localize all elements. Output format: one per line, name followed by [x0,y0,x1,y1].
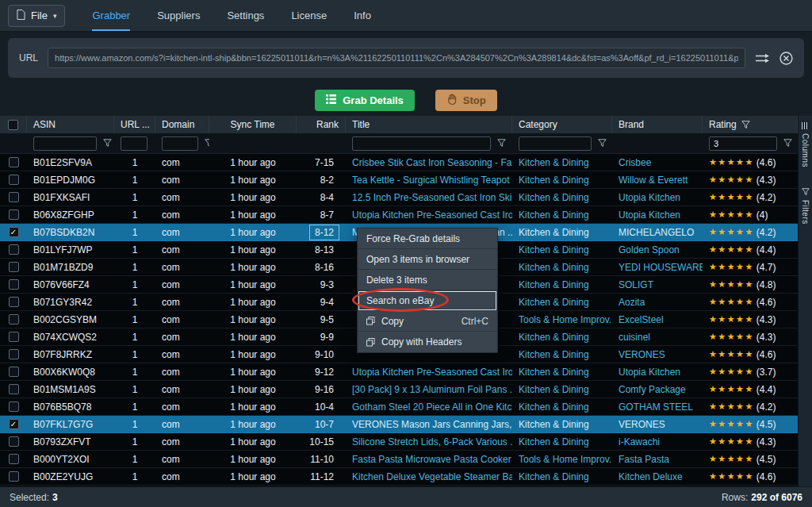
title-cell[interactable]: [30 Pack] 9 x 13 Aluminum Foil Pans ... [346,381,512,398]
menu-item-search-on-ebay[interactable]: Search on eBay [358,290,497,311]
rank-cell[interactable]: 11-12 [297,468,346,485]
col-header-sync-time[interactable]: Sync Time [209,116,297,133]
stop-button[interactable]: Stop [435,90,497,111]
table-row[interactable]: B01MSM1A9S 1 com 1 hour ago 9-16 [30 Pac… [0,381,798,398]
rail-tab-columns[interactable]: Columns [801,122,810,167]
table-row[interactable]: B06X8ZFGHP 1 com 1 hour ago 8-7 Utopia K… [0,206,798,224]
row-checkbox[interactable] [9,349,19,359]
rank-cell[interactable]: 7-15 [297,154,346,171]
table-row[interactable]: B00X6KW0Q8 1 com 1 hour ago 9-12 Utopia … [0,363,798,381]
table-row[interactable]: B0793ZXFVT 1 com 1 hour ago 10-15 Silico… [0,433,798,451]
row-checkbox[interactable] [9,454,19,464]
title-cell[interactable]: Silicone Stretch Lids, 6-Pack Various ..… [346,433,512,450]
rating-filter-input[interactable] [709,136,777,151]
col-header-category[interactable]: Category [512,116,612,133]
url-count-filter-input[interactable] [121,136,147,151]
filter-funnel-icon[interactable] [598,139,607,148]
title-cell[interactable]: Tea Kettle - Surgical Whistling Teapot .… [346,171,512,188]
filter-funnel-icon[interactable] [783,139,792,148]
table-row[interactable]: ✓ B07FKL7G7G 1 com 1 hour ago 10-7 VERON… [0,416,798,433]
menu-item-delete-3-items[interactable]: Delete 3 items [358,270,497,290]
title-cell[interactable]: 12.5 Inch Pre-Seasoned Cast Iron Skill..… [346,189,512,205]
domain-filter-input[interactable] [162,136,198,151]
rank-cell[interactable]: 10-4 [297,398,346,415]
filter-funnel-icon[interactable] [497,139,506,148]
rank-cell[interactable]: 9-16 [297,381,346,398]
asin-filter-input[interactable] [33,136,97,151]
rank-cell[interactable]: 11-10 [297,451,346,467]
rank-cell[interactable]: 9-5 [297,311,346,328]
row-checkbox[interactable] [9,209,19,220]
title-cell[interactable]: Crisbee Stik Cast Iron Seasoning - Fa... [346,154,512,171]
rank-cell[interactable]: 8-7 [297,206,346,223]
menu-item-copy[interactable]: CopyCtrl+C [358,311,497,332]
row-checkbox[interactable] [9,471,19,482]
file-menu-button[interactable]: File ▾ [8,5,65,27]
title-filter-input[interactable] [352,136,491,151]
rank-cell[interactable]: 9-12 [297,363,346,380]
menu-item-force-re-grab-details[interactable]: Force Re-Grab details [358,229,497,249]
tab-suppliers[interactable]: Suppliers [157,0,200,31]
menu-item-open-3-items-in-browser[interactable]: Open 3 items in browser [358,249,497,270]
url-input[interactable] [48,48,745,68]
table-row[interactable]: B01EPDJM0G 1 com 1 hour ago 8-2 Tea Kett… [0,171,798,189]
row-checkbox[interactable] [9,436,19,447]
rank-cell[interactable]: 9-3 [297,276,346,293]
title-cell[interactable]: Utopia Kitchen Pre-Seasoned Cast Iro... [346,363,512,380]
title-cell[interactable]: Utopia Kitchen Pre-Seasoned Cast Iro... [346,206,512,223]
tab-license[interactable]: License [291,0,327,31]
title-cell[interactable]: Fasta Pasta Microwave Pasta Cooker -... [346,451,512,467]
filter-funnel-icon[interactable] [103,139,112,148]
row-checkbox[interactable] [9,157,19,167]
col-header-domain[interactable]: Domain [155,116,209,133]
col-header-title[interactable]: Title [346,116,512,133]
grab-details-button[interactable]: Grab Details [315,90,415,111]
rank-cell[interactable]: 8-13 [297,241,346,258]
col-header-asin[interactable]: ASIN [27,116,114,133]
table-row[interactable]: B01FXKSAFI 1 com 1 hour ago 8-4 12.5 Inc… [0,189,798,206]
row-checkbox[interactable] [9,175,19,185]
tab-settings[interactable]: Settings [227,0,264,31]
row-checkbox[interactable] [9,384,19,394]
table-row[interactable]: B01E2SFV9A 1 com 1 hour ago 7-15 Crisbee… [0,154,798,171]
title-cell[interactable]: Gotham Steel 20 Piece All in One Kitc... [346,398,512,415]
col-header-brand[interactable]: Brand [612,116,703,133]
table-row[interactable]: B000YT2XOI 1 com 1 hour ago 11-10 Fasta … [0,451,798,468]
col-header-rating[interactable]: Rating [703,116,798,133]
rank-cell[interactable]: 8-12 [297,224,346,240]
row-checkbox[interactable] [9,367,19,377]
rank-cell[interactable]: 8-16 [297,259,346,275]
row-checkbox[interactable]: ✓ [9,419,19,429]
row-checkbox[interactable] [9,262,19,272]
tab-info[interactable]: Info [354,0,371,31]
transfer-arrows-icon[interactable] [755,52,770,64]
row-checkbox[interactable] [9,297,19,307]
row-checkbox[interactable] [9,279,19,290]
filter-funnel-icon[interactable] [741,121,750,129]
col-header-url[interactable]: URL ... [114,116,155,133]
rank-cell[interactable]: 8-2 [297,171,346,188]
row-checkbox[interactable] [9,314,19,325]
row-checkbox[interactable] [9,244,19,255]
col-header-rank[interactable]: Rank [297,116,346,133]
rank-cell[interactable]: 10-15 [297,433,346,450]
table-row[interactable]: B00ZE2YUJG 1 com 1 hour ago 11-12 Kitche… [0,468,798,486]
row-checkbox[interactable]: ✓ [9,227,19,237]
row-checkbox[interactable] [9,401,19,412]
rank-cell[interactable]: 9-9 [297,328,346,345]
row-checkbox[interactable] [9,332,19,342]
category-filter-input[interactable] [519,136,592,151]
menu-item-copy-with-headers[interactable]: Copy with Headers [358,332,497,352]
table-row[interactable]: B076B5BQ78 1 com 1 hour ago 10-4 Gotham … [0,398,798,416]
rank-cell[interactable]: 10-7 [297,416,346,432]
row-checkbox[interactable] [9,192,19,202]
title-cell[interactable]: VERONES Mason Jars Canning Jars, 4... [346,416,512,432]
title-cell[interactable]: Kitchen Deluxe Vegetable Steamer Ba... [346,468,512,485]
tab-grabber[interactable]: Grabber [92,0,130,31]
clear-url-icon[interactable] [779,52,793,65]
rank-cell[interactable]: 9-4 [297,294,346,310]
rank-cell[interactable]: 8-4 [297,189,346,205]
rail-tab-filters[interactable]: Filters [801,188,810,225]
select-all-checkbox[interactable] [8,120,18,130]
rank-cell[interactable]: 9-10 [297,346,346,363]
